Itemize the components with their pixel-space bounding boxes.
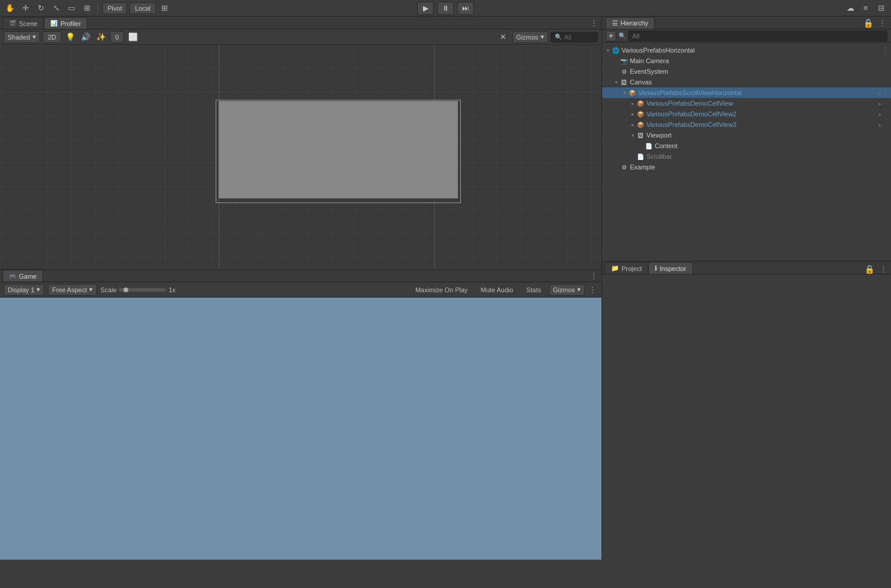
hierarchy-item-example[interactable]: ⚙Example: [602, 162, 891, 172]
layers-btn[interactable]: ≡: [859, 2, 872, 15]
mute-label: Mute Audio: [481, 286, 513, 293]
playmode-controls: ▶ ⏸ ⏭: [417, 2, 474, 15]
scene-search-placeholder: All: [564, 34, 571, 41]
scale-tool-btn[interactable]: ⤡: [50, 2, 63, 15]
move-tool-btn[interactable]: ✛: [19, 2, 32, 15]
scene-tab[interactable]: 🎬 Scene: [2, 17, 44, 29]
inspector-content: [602, 275, 891, 560]
left-panel: 🎬 Scene 📊 Profiler ⋮ Shaded ▾ 2D 💡 🔊 ✨: [0, 17, 601, 560]
2d-btn[interactable]: 2D: [43, 31, 61, 43]
close-scene-btn[interactable]: ✕: [497, 31, 510, 44]
hand-tool-btn[interactable]: ✋: [4, 2, 17, 15]
pivot-label: Pivot: [108, 5, 122, 12]
audio-btn[interactable]: 🔊: [79, 31, 92, 44]
hierarchy-arrow-demo2[interactable]: ▸: [629, 110, 636, 117]
hierarchy-icon-canvas: 🖼: [620, 78, 628, 86]
hierarchy-label-demo3: VariousPrefabsDemoCellView3: [646, 121, 736, 128]
hierarchy-label-scrollview: VariousPrefabsScrollViewHorizontal: [638, 89, 742, 96]
hierarchy-arrow-event: [613, 68, 620, 75]
inspector-lock-btn[interactable]: 🔒: [863, 264, 876, 274]
game-tab[interactable]: 🎮 Game: [2, 270, 43, 282]
hierarchy-search-input[interactable]: [628, 31, 887, 41]
hierarchy-tab[interactable]: ☰ Hierarchy: [606, 17, 655, 29]
hierarchy-arrow-root[interactable]: ▾: [604, 47, 612, 54]
pivot-btn[interactable]: Pivot: [102, 2, 127, 14]
hierarchy-icon-demo3: 📦: [636, 120, 645, 129]
hierarchy-arrow-canvas[interactable]: ▾: [613, 79, 620, 86]
skybox-btn[interactable]: ⬜: [126, 31, 139, 44]
top-toolbar: ✋ ✛ ↻ ⤡ ▭ ⊞ Pivot Local ⊞ ▶ ⏸ ⏭ ☁ ≡ ⊟: [0, 0, 891, 17]
hierarchy-item-event[interactable]: ⚙EventSystem: [602, 66, 891, 77]
hierarchy-label-content: Content: [655, 142, 678, 149]
hierarchy-arrow-camera: [613, 57, 620, 64]
hierarchy-item-root[interactable]: ▾🌐VariousPrefabsHorizontal⋮: [602, 45, 891, 55]
hierarchy-icon-viewport: 🖼: [636, 131, 645, 139]
game-tab-bar: 🎮 Game ⋮: [0, 269, 601, 282]
hierarchy-lock-btn[interactable]: 🔒: [862, 18, 874, 28]
hierarchy-tab-bar: ☰ Hierarchy 🔒 ⋮: [602, 17, 891, 30]
scale-slider[interactable]: [119, 288, 166, 292]
hierarchy-dots-root[interactable]: ⋮: [882, 46, 889, 54]
hierarchy-arrow-viewport[interactable]: ▾: [629, 132, 636, 139]
hierarchy-tab-icon: ☰: [612, 19, 618, 27]
shaded-dropdown[interactable]: Shaded ▾: [4, 31, 40, 43]
play-btn[interactable]: ▶: [417, 2, 434, 15]
game-gizmos-dropdown[interactable]: Gizmos ▾: [549, 284, 585, 296]
hierarchy-item-scrollbar[interactable]: 📄Scrollbar: [602, 151, 891, 162]
gizmos-dropdown[interactable]: Gizmos ▾: [512, 31, 548, 43]
hierarchy-item-demo2[interactable]: ▸📦VariousPrefabsDemoCellView2▸: [602, 109, 891, 119]
overlay-num: 0: [115, 34, 119, 41]
display-label: Display 1: [8, 286, 34, 293]
grid-btn[interactable]: ⊞: [158, 2, 171, 15]
overlay-btn[interactable]: 0: [110, 31, 124, 43]
display-dropdown[interactable]: Display 1 ▾: [4, 284, 44, 296]
hierarchy-arrow-demo1[interactable]: ▸: [629, 100, 636, 107]
project-tab[interactable]: 📁 Project: [604, 262, 648, 274]
hierarchy-item-scrollview[interactable]: ▾📦VariousPrefabsScrollViewHorizontal▸⋮: [602, 87, 891, 98]
scene-search[interactable]: 🔍 All: [551, 32, 598, 43]
multi-tool-btn[interactable]: ⊞: [80, 2, 93, 15]
hierarchy-item-content[interactable]: 📄Content: [602, 141, 891, 151]
hierarchy-arrow-scrollbar: [629, 153, 636, 160]
hierarchy-dots-scrollview[interactable]: ⋮: [882, 89, 889, 97]
hierarchy-icon-scrollview: 📦: [628, 89, 636, 97]
hierarchy-options-btn[interactable]: ⋮: [877, 18, 887, 28]
local-label: Local: [135, 5, 150, 12]
maximize-btn[interactable]: Maximize On Play: [410, 284, 473, 296]
step-btn[interactable]: ⏭: [457, 2, 474, 15]
scale-label: Scale: [100, 286, 117, 293]
hierarchy-icon-camera: 📷: [620, 57, 628, 65]
collab-btn[interactable]: ☁: [844, 2, 857, 15]
profiler-tab[interactable]: 📊 Profiler: [44, 17, 87, 29]
hierarchy-icon-demo2: 📦: [636, 110, 645, 118]
hierarchy-item-viewport[interactable]: ▾🖼Viewport: [602, 130, 891, 141]
project-tab-icon: 📁: [611, 264, 619, 272]
game-options-btn[interactable]: ⋮: [588, 271, 599, 280]
stats-btn[interactable]: Stats: [521, 284, 547, 296]
hierarchy-item-demo3[interactable]: ▸📦VariousPrefabsDemoCellView3▸: [602, 119, 891, 130]
game-toolbar: Display 1 ▾ Free Aspect ▾ Scale 1x Maxim…: [0, 282, 601, 298]
local-btn[interactable]: Local: [129, 2, 155, 14]
hierarchy-right-arrow-demo2: ▸: [879, 111, 882, 117]
hierarchy-item-demo1[interactable]: ▸📦VariousPrefabsDemoCellView▸: [602, 98, 891, 109]
effects-btn[interactable]: ✨: [95, 31, 108, 44]
hierarchy-arrow-demo3[interactable]: ▸: [629, 121, 636, 128]
aspect-dropdown[interactable]: Free Aspect ▾: [48, 284, 97, 296]
hierarchy-item-camera[interactable]: 📷Main Camera: [602, 55, 891, 66]
rotate-tool-btn[interactable]: ↻: [34, 2, 47, 15]
hierarchy-item-canvas[interactable]: ▾🖼Canvas: [602, 77, 891, 87]
scene-tab-icon: 🎬: [9, 20, 16, 27]
hierarchy-arrow-scrollview[interactable]: ▾: [621, 89, 628, 96]
hierarchy-icon-content: 📄: [645, 142, 653, 150]
pause-btn[interactable]: ⏸: [437, 2, 454, 15]
game-extra-options[interactable]: ⋮: [587, 285, 598, 295]
inspector-tab[interactable]: ℹ Inspector: [648, 262, 692, 274]
mute-audio-btn[interactable]: Mute Audio: [476, 284, 519, 296]
lighting-btn[interactable]: 💡: [64, 31, 77, 44]
scene-options-btn[interactable]: ⋮: [588, 18, 599, 28]
inspector-tab-icon: ℹ: [655, 264, 657, 272]
layout-btn[interactable]: ⊟: [874, 2, 887, 15]
inspector-options-btn[interactable]: ⋮: [878, 264, 889, 274]
hierarchy-add-btn[interactable]: +: [606, 31, 616, 41]
rect-tool-btn[interactable]: ▭: [65, 2, 78, 15]
